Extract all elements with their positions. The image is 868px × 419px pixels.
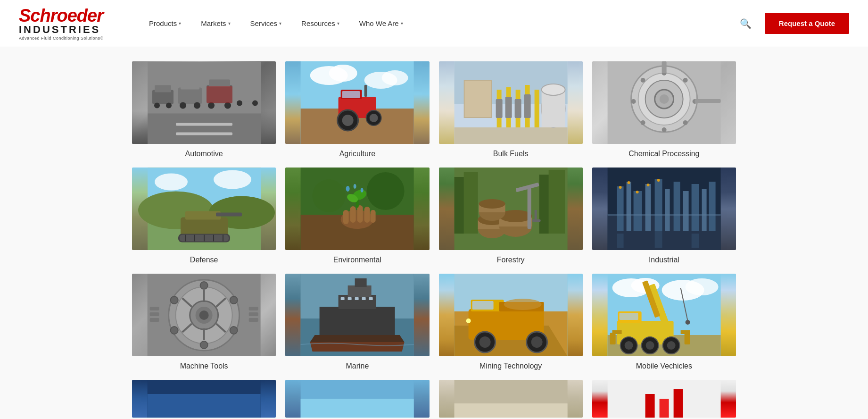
svg-rect-113 (527, 186, 531, 229)
automotive-svg (132, 61, 276, 144)
svg-rect-73 (181, 217, 228, 236)
grid-item-marine[interactable]: Marine (285, 274, 429, 370)
grid-item-bulk-fuels[interactable]: Bulk Fuels (439, 61, 583, 158)
svg-point-190 (504, 299, 541, 310)
svg-point-148 (230, 296, 238, 304)
svg-rect-3 (176, 132, 232, 135)
svg-rect-16 (237, 83, 258, 101)
svg-rect-162 (249, 318, 258, 322)
forestry-image (439, 168, 583, 250)
forestry-svg (439, 168, 583, 250)
svg-point-17 (237, 100, 242, 106)
svg-rect-44 (505, 97, 512, 118)
partial-item-4[interactable] (592, 380, 736, 418)
chevron-down-icon: ▾ (228, 21, 231, 26)
svg-point-85 (367, 172, 405, 210)
grid-item-automotive[interactable]: Automotive (132, 61, 276, 158)
main-content: Automotive (0, 47, 868, 419)
svg-rect-160 (249, 307, 258, 310)
svg-point-10 (180, 102, 186, 109)
chemical-svg (592, 61, 736, 144)
mobile-vehicles-svg (592, 274, 736, 356)
nav-markets[interactable]: Markets ▾ (193, 16, 238, 31)
svg-point-149 (171, 327, 178, 334)
partial-item-2[interactable] (285, 380, 429, 418)
nav-who-we-are[interactable]: Who We Are ▾ (352, 16, 411, 31)
svg-rect-136 (654, 231, 662, 248)
forestry-label: Forestry (497, 256, 525, 264)
svg-rect-188 (472, 301, 493, 310)
svg-point-56 (659, 94, 669, 104)
svg-rect-219 (454, 403, 567, 418)
partial-item-1[interactable] (132, 380, 276, 418)
svg-point-205 (645, 341, 654, 350)
nav-resources[interactable]: Resources ▾ (294, 16, 347, 31)
svg-point-145 (200, 282, 208, 289)
svg-rect-88 (343, 210, 349, 224)
svg-point-98 (361, 188, 364, 193)
svg-rect-33 (342, 91, 360, 98)
svg-point-11 (194, 102, 200, 109)
svg-rect-43 (496, 99, 502, 118)
grid-item-agriculture[interactable]: Agriculture (285, 61, 429, 158)
svg-point-150 (230, 327, 238, 334)
svg-marker-167 (310, 335, 405, 342)
svg-rect-19 (207, 86, 232, 103)
svg-rect-174 (355, 297, 359, 300)
svg-rect-128 (702, 189, 706, 231)
chemical-processing-image (592, 61, 736, 144)
svg-rect-103 (548, 170, 565, 234)
bulk-fuels-image (439, 61, 583, 144)
svg-point-201 (685, 320, 690, 325)
svg-point-86 (313, 179, 346, 212)
grid-item-defense[interactable]: Defense (132, 168, 276, 264)
nav-products[interactable]: Products ▾ (141, 16, 189, 31)
industrial-image (592, 168, 736, 250)
header-actions: 🔍 Request a Quote (736, 13, 849, 34)
svg-rect-125 (673, 182, 680, 231)
svg-rect-116 (532, 219, 540, 222)
svg-point-146 (200, 341, 208, 349)
environmental-label: Environmental (333, 256, 381, 264)
svg-point-60 (683, 120, 687, 125)
grid-item-forestry[interactable]: Forestry (439, 168, 583, 264)
grid-item-industrial[interactable]: Industrial (592, 168, 736, 264)
svg-point-133 (646, 184, 649, 186)
svg-point-97 (354, 184, 356, 189)
svg-rect-213 (619, 313, 638, 320)
svg-rect-158 (150, 312, 159, 316)
header: Schroeder INDUSTRIES Advanced Fluid Cond… (0, 0, 868, 47)
main-nav: Products ▾ Markets ▾ Services ▾ Resource… (141, 16, 736, 31)
request-quote-button[interactable]: Request a Quote (765, 13, 849, 34)
defense-image (132, 168, 276, 250)
svg-rect-124 (665, 189, 670, 231)
svg-rect-215 (148, 394, 261, 418)
nav-services[interactable]: Services ▾ (243, 16, 289, 31)
search-icon: 🔍 (740, 18, 752, 29)
defense-label: Defense (190, 256, 218, 264)
bulk-fuels-label: Bulk Fuels (493, 150, 529, 158)
svg-rect-122 (645, 184, 651, 231)
svg-point-24 (382, 70, 408, 85)
logo[interactable]: Schroeder INDUSTRIES Advanced Fluid Cond… (19, 7, 113, 41)
markets-grid: Automotive (132, 61, 736, 370)
svg-rect-123 (654, 179, 662, 231)
search-button[interactable]: 🔍 (736, 14, 755, 33)
svg-point-130 (619, 186, 621, 189)
grid-item-chemical-processing[interactable]: Chemical Processing (592, 61, 736, 158)
svg-rect-221 (645, 394, 654, 418)
svg-rect-211 (684, 333, 690, 344)
svg-rect-157 (150, 307, 159, 310)
svg-rect-2 (176, 123, 232, 126)
grid-item-mobile-vehicles[interactable]: Mobile Vechicles (592, 274, 736, 370)
defense-svg (132, 168, 276, 250)
svg-point-31 (370, 114, 378, 122)
grid-item-machine-tools[interactable]: Machine Tools (132, 274, 276, 370)
svg-point-62 (640, 120, 645, 125)
mobile-vehicles-label: Mobile Vechicles (636, 362, 692, 370)
grid-item-mining-technology[interactable]: Mining Technology (439, 274, 583, 370)
svg-rect-9 (181, 82, 199, 89)
partial-item-3[interactable] (439, 380, 583, 418)
chemical-processing-label: Chemical Processing (628, 150, 699, 158)
grid-item-environmental[interactable]: Environmental (285, 168, 429, 264)
